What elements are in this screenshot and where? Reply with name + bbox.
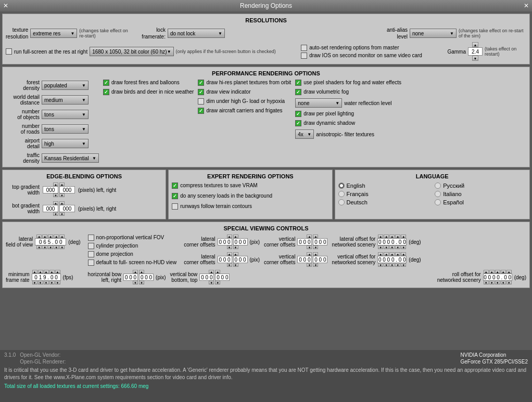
do-any-scenery-check[interactable]: ✓ bbox=[172, 193, 178, 199]
top-right-dn[interactable]: ▼ bbox=[59, 193, 65, 197]
vco2-left-val[interactable]: 0 0 0 bbox=[297, 256, 312, 263]
vco2-right-val[interactable]: 0 0 0 bbox=[313, 256, 327, 263]
fov-up1[interactable]: ▲ bbox=[36, 235, 42, 238]
vbow-left-up[interactable]: ▲ bbox=[209, 270, 214, 274]
dim-under-check[interactable] bbox=[198, 98, 204, 105]
fov-dn4[interactable]: ▼ bbox=[54, 245, 59, 249]
french-radio[interactable] bbox=[338, 191, 345, 197]
draw-volumetric-check[interactable]: ✓ bbox=[295, 89, 301, 95]
voff-dn1[interactable]: ▼ bbox=[378, 263, 383, 267]
italian-radio[interactable] bbox=[435, 191, 441, 197]
vco1-left-val[interactable]: 0 0 0 bbox=[297, 238, 312, 245]
mfr-up2[interactable]: ▲ bbox=[38, 270, 43, 274]
loff-up4[interactable]: ▲ bbox=[395, 235, 400, 238]
italian-radio-item[interactable]: Italiano bbox=[435, 191, 526, 197]
loff-dn5[interactable]: ▼ bbox=[401, 245, 406, 249]
german-radio-item[interactable]: Deutsch bbox=[338, 199, 430, 205]
voff-up1[interactable]: ▲ bbox=[378, 252, 383, 256]
roff-up2[interactable]: ▲ bbox=[489, 270, 495, 274]
hbow-right-up[interactable]: ▲ bbox=[139, 270, 144, 274]
gamma-down[interactable]: ▼ bbox=[472, 56, 478, 61]
vbow-right-up[interactable]: ▲ bbox=[215, 270, 220, 274]
lco1-left-val[interactable]: 0 0 0 bbox=[218, 238, 232, 245]
loff-up1[interactable]: ▲ bbox=[378, 235, 383, 238]
lat-offset-val[interactable]: 0 0 0 0 . 0 0 bbox=[377, 238, 407, 245]
loff-dn2[interactable]: ▼ bbox=[384, 245, 389, 249]
draw-per-pixel-check[interactable]: ✓ bbox=[295, 111, 301, 117]
roff-dn2[interactable]: ▼ bbox=[489, 281, 495, 284]
close-button-left[interactable]: ✕ bbox=[3, 2, 8, 9]
auto-set-checkbox[interactable] bbox=[301, 45, 307, 51]
compress-textures-check[interactable]: ✓ bbox=[172, 183, 178, 189]
vco2-right-dn[interactable]: ▼ bbox=[313, 263, 318, 267]
num-roads-select[interactable]: tons ▼ bbox=[42, 124, 88, 134]
vert-offset-val[interactable]: 0 0 0 0 . 0 0 bbox=[377, 256, 407, 263]
vbow-left-val[interactable]: 0 0 0 bbox=[199, 274, 214, 281]
use-pixel-shaders-check[interactable]: ✓ bbox=[295, 80, 301, 86]
top-left-up[interactable]: ▲ bbox=[53, 183, 58, 186]
top-right-val[interactable]: 000 bbox=[59, 186, 75, 193]
loff-dn4[interactable]: ▼ bbox=[395, 245, 400, 249]
fov-value[interactable]: 0 6 5 . 0 0 bbox=[35, 238, 66, 245]
lco2-right-up[interactable]: ▲ bbox=[233, 252, 238, 256]
vbow-right-dn[interactable]: ▼ bbox=[215, 281, 220, 284]
draw-dynamic-check[interactable]: ✓ bbox=[295, 120, 301, 126]
texture-res-select[interactable]: extreme res ▼ bbox=[30, 29, 77, 38]
russian-radio-item[interactable]: Русский bbox=[435, 183, 526, 189]
mfr-up5[interactable]: ▲ bbox=[55, 270, 60, 274]
dome-check[interactable] bbox=[88, 251, 94, 257]
fullscreen-checkbox[interactable] bbox=[6, 48, 12, 55]
fov-up3[interactable]: ▲ bbox=[48, 235, 53, 238]
bot-left-dn[interactable]: ▼ bbox=[53, 212, 58, 216]
voff-dn3[interactable]: ▼ bbox=[389, 263, 395, 267]
german-radio[interactable] bbox=[338, 199, 345, 205]
top-left-dn[interactable]: ▼ bbox=[53, 193, 58, 197]
loff-up3[interactable]: ▲ bbox=[389, 235, 395, 238]
spanish-radio-item[interactable]: Español bbox=[435, 199, 526, 205]
fov-dn1[interactable]: ▼ bbox=[36, 245, 42, 249]
num-objects-select[interactable]: tons ▼ bbox=[42, 110, 88, 119]
roff-up4[interactable]: ▲ bbox=[501, 270, 506, 274]
fov-dn2[interactable]: ▼ bbox=[42, 245, 47, 249]
fov-dn3[interactable]: ▼ bbox=[48, 245, 53, 249]
mfr-dn3[interactable]: ▼ bbox=[44, 281, 49, 284]
voff-dn5[interactable]: ▼ bbox=[401, 263, 406, 267]
bot-right-val[interactable]: 000 bbox=[59, 205, 75, 212]
draw-aircraft-check[interactable]: ✓ bbox=[198, 108, 204, 114]
french-radio-item[interactable]: Français bbox=[338, 191, 430, 197]
loff-up2[interactable]: ▲ bbox=[384, 235, 389, 238]
non-proportional-check[interactable] bbox=[88, 235, 94, 241]
hbow-left-val[interactable]: 0 0 0 bbox=[123, 274, 138, 281]
mfr-up4[interactable]: ▲ bbox=[49, 270, 55, 274]
vco1-right-dn[interactable]: ▼ bbox=[313, 245, 318, 249]
voff-up2[interactable]: ▲ bbox=[384, 252, 389, 256]
draw-birds-check[interactable]: ✓ bbox=[103, 89, 109, 95]
fov-up2[interactable]: ▲ bbox=[42, 235, 47, 238]
airport-detail-select[interactable]: high ▼ bbox=[42, 139, 88, 148]
vbow-right-val[interactable]: 0 0 0 bbox=[215, 274, 230, 281]
bot-right-dn[interactable]: ▼ bbox=[59, 212, 65, 216]
hbow-left-dn[interactable]: ▼ bbox=[133, 281, 138, 284]
fullscreen-res-select[interactable]: 1680 x 1050, 32 bit color (60 hz) ▼ bbox=[90, 47, 173, 56]
mfr-dn2[interactable]: ▼ bbox=[38, 281, 43, 284]
vco1-left-dn[interactable]: ▼ bbox=[307, 245, 312, 249]
mfr-dn4[interactable]: ▼ bbox=[49, 281, 55, 284]
roff-up5[interactable]: ▲ bbox=[506, 270, 512, 274]
russian-radio[interactable] bbox=[435, 183, 441, 189]
anti-alias-select[interactable]: none ▼ bbox=[410, 29, 457, 38]
vco2-left-up[interactable]: ▲ bbox=[307, 252, 312, 256]
roff-up3[interactable]: ▲ bbox=[495, 270, 500, 274]
top-left-val[interactable]: 000 bbox=[43, 186, 58, 193]
lco1-left-dn[interactable]: ▼ bbox=[227, 245, 232, 249]
draw-ios-checkbox[interactable] bbox=[301, 53, 307, 59]
mfr-dn5[interactable]: ▼ bbox=[55, 281, 60, 284]
vco1-left-up[interactable]: ▲ bbox=[307, 235, 312, 238]
cylinder-check[interactable] bbox=[88, 243, 94, 249]
gamma-up[interactable]: ▲ bbox=[472, 42, 478, 47]
english-radio[interactable] bbox=[338, 183, 345, 189]
loff-dn3[interactable]: ▼ bbox=[389, 245, 395, 249]
draw-hi-res-check[interactable]: ✓ bbox=[198, 80, 204, 86]
lock-framerate-select[interactable]: do not lock ▼ bbox=[168, 29, 225, 38]
lco1-right-up[interactable]: ▲ bbox=[233, 235, 238, 238]
vbow-left-dn[interactable]: ▼ bbox=[209, 281, 214, 284]
